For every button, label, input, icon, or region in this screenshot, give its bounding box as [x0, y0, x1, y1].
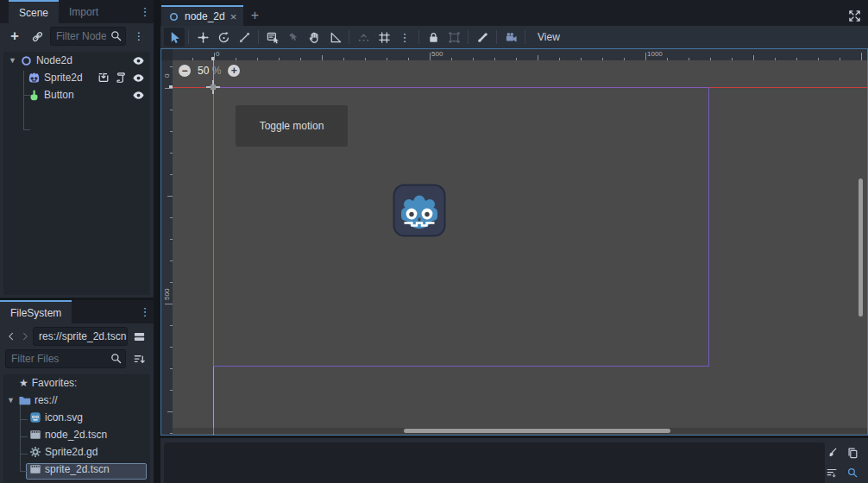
tab-import[interactable]: Import — [59, 0, 109, 23]
zoom-value: 50 — [198, 65, 209, 77]
tree-row-node2d[interactable]: ▼ Node2d — [3, 52, 150, 69]
file-label: icon.svg — [45, 411, 83, 423]
output-panel-buttons — [821, 444, 863, 483]
file-label: sprite_2d.tscn — [45, 463, 110, 475]
file-label: Sprite2d.gd — [45, 446, 97, 458]
folder-label: res:// — [35, 394, 58, 406]
favorites-row[interactable]: ★ Favorites: — [3, 374, 150, 392]
h-scrollbar[interactable] — [173, 428, 867, 434]
skeleton-menu-button[interactable] — [472, 28, 493, 47]
canvas-viewport-panel: 0 500 1000 0 500 — [160, 48, 868, 436]
filter-messages-icon[interactable] — [821, 464, 842, 481]
add-node-button[interactable]: + — [5, 27, 24, 46]
star-icon: ★ — [19, 377, 28, 389]
filter-files-input[interactable] — [5, 349, 126, 368]
zoom-out-button[interactable]: − — [179, 65, 191, 77]
search-icon — [110, 352, 123, 365]
new-scene-tab-button[interactable]: + — [243, 5, 266, 26]
select-tool-button[interactable] — [164, 28, 185, 47]
lock-button[interactable] — [423, 28, 443, 47]
close-tab-icon[interactable]: × — [230, 10, 237, 23]
h-scrollbar-thumb[interactable] — [404, 429, 670, 433]
visibility-eye-icon[interactable] — [132, 89, 145, 102]
scene-tab-node2d[interactable]: node_2d × — [161, 5, 243, 26]
file-row-sprite2d-tscn[interactable]: sprite_2d.tscn — [3, 461, 150, 478]
pivot-tool-button[interactable] — [283, 28, 304, 47]
current-path[interactable]: res://sprite_2d.tscn — [33, 327, 128, 346]
nav-forward-button[interactable] — [19, 327, 31, 346]
snap-options-menu-icon[interactable]: ⋮ — [394, 28, 415, 47]
h-ruler-label: 0 — [216, 50, 219, 58]
ruler-corner — [161, 49, 173, 60]
output-panel — [160, 438, 868, 483]
instance-scene-button[interactable] — [28, 27, 47, 46]
file-row-icon-svg[interactable]: icon.svg — [3, 409, 150, 426]
collapse-arrow-icon[interactable]: ▼ — [9, 56, 16, 65]
scene-dock-tabs: Scene Import ⋮ — [0, 0, 154, 23]
nav-back-button[interactable] — [5, 327, 17, 346]
group-button[interactable] — [443, 28, 464, 47]
res-root-row[interactable]: ▼ res:// — [3, 392, 150, 409]
pan-tool-button[interactable] — [304, 28, 324, 47]
output-console[interactable] — [164, 442, 825, 483]
scene-icon — [168, 11, 179, 22]
godot-editor-window: Scene Import ⋮ + ⋮ ▼ Node2d — [0, 0, 868, 483]
v-ruler: 0 500 — [161, 60, 173, 435]
file-row-node2d-tscn[interactable]: node_2d.tscn — [3, 426, 150, 443]
scene-dock-toolbar: + ⋮ — [0, 23, 154, 49]
main-editor-area: node_2d × + ⋮ — [160, 0, 868, 483]
tree-row-button[interactable]: Button — [3, 86, 150, 104]
folder-icon — [18, 394, 31, 407]
connection-badge-icon[interactable] — [97, 72, 110, 84]
tab-scene[interactable]: Scene — [9, 0, 59, 23]
v-scrollbar-thumb[interactable] — [859, 179, 863, 317]
search-output-icon[interactable] — [842, 464, 863, 481]
godot-sprite[interactable] — [392, 183, 447, 238]
h-ruler: 0 500 1000 — [173, 49, 867, 60]
zoom-controls: − 50 % + — [179, 65, 240, 77]
file-row-sprite2d-gd[interactable]: Sprite2d.gd — [3, 443, 150, 461]
godot-image-file-icon — [29, 411, 41, 423]
zoom-in-button[interactable]: + — [228, 65, 240, 77]
filesystem-tree: ★ Favorites: ▼ res:// icon.svg node_2d.t… — [3, 374, 150, 483]
v-ruler-label: 500 — [163, 289, 171, 300]
zoom-level[interactable]: 50 % — [198, 65, 221, 77]
tab-filesystem[interactable]: FileSystem — [0, 300, 72, 323]
smart-snap-toggle[interactable] — [353, 28, 374, 47]
filesystem-dock: FileSystem ⋮ res://sprite_2d.tscn — [0, 300, 154, 483]
move-tool-button[interactable] — [192, 28, 213, 47]
view-menu[interactable]: View — [529, 31, 569, 43]
rotate-tool-button[interactable] — [213, 28, 234, 47]
scene-button-toggle-motion[interactable]: Toggle motion — [236, 105, 348, 147]
scene-file-icon — [29, 463, 41, 475]
filesystem-dock-menu-icon[interactable]: ⋮ — [136, 300, 154, 323]
visibility-eye-icon[interactable] — [132, 72, 145, 85]
ruler-tool-button[interactable] — [324, 28, 345, 47]
file-sort-button[interactable] — [129, 349, 148, 368]
scene-tree-menu-icon[interactable]: ⋮ — [129, 27, 148, 46]
scene-dock-menu-icon[interactable]: ⋮ — [136, 0, 154, 23]
list-select-tool-button[interactable] — [262, 28, 283, 47]
copy-output-icon[interactable] — [842, 444, 863, 461]
scale-tool-button[interactable] — [234, 28, 255, 47]
filter-files-field — [5, 349, 126, 368]
scene-tab-label: node_2d — [185, 10, 225, 22]
clear-output-icon[interactable] — [821, 444, 842, 461]
collapse-arrow-icon[interactable]: ▼ — [7, 396, 15, 405]
toggle-split-mode-button[interactable] — [129, 327, 148, 346]
tree-row-sprite2d[interactable]: Sprite2d — [3, 69, 150, 86]
origin-gizmo — [206, 80, 220, 94]
h-ruler-label: 1000 — [647, 50, 663, 58]
scene-button-label: Toggle motion — [260, 120, 324, 132]
search-icon — [110, 29, 123, 42]
distraction-free-icon[interactable] — [848, 9, 861, 22]
camera-override-button[interactable] — [500, 28, 521, 47]
grid-snap-toggle[interactable] — [374, 28, 394, 47]
script-badge-icon[interactable] — [115, 72, 127, 84]
node2d-icon — [20, 54, 33, 67]
v-scrollbar[interactable] — [858, 60, 864, 423]
scene-tree: ▼ Node2d Sprite2d Button — [3, 52, 150, 295]
node-label: Button — [44, 89, 74, 101]
canvas-2d-view[interactable]: − 50 % + Toggle motion — [173, 60, 867, 435]
visibility-eye-icon[interactable] — [132, 54, 145, 67]
